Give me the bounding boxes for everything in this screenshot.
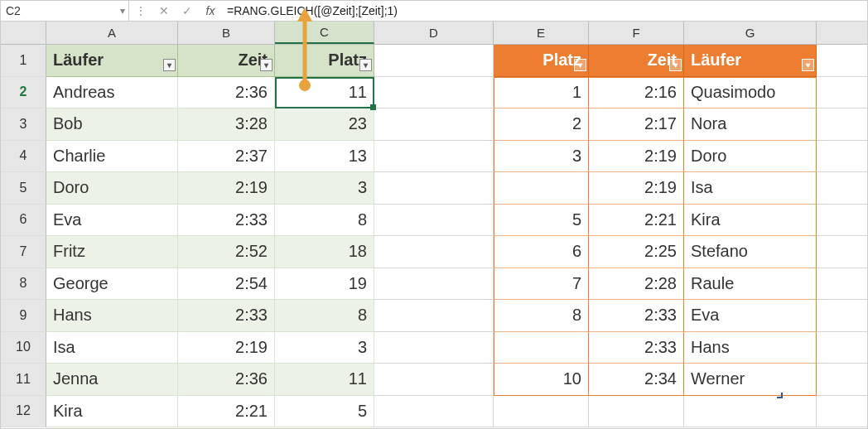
- cell[interactable]: 3: [275, 172, 374, 205]
- row-header[interactable]: 12: [1, 396, 46, 428]
- cell[interactable]: 2:52: [178, 236, 275, 268]
- filter-dropdown-icon[interactable]: ▾: [260, 59, 272, 71]
- cell[interactable]: 8: [275, 300, 374, 332]
- cell[interactable]: 5: [275, 396, 374, 428]
- cell[interactable]: [817, 108, 868, 141]
- accept-formula-icon[interactable]: ✓: [176, 1, 199, 21]
- cell[interactable]: [374, 236, 494, 268]
- cell[interactable]: 2:37: [178, 141, 275, 173]
- row-header[interactable]: 8: [1, 268, 46, 301]
- cell[interactable]: Hans: [46, 300, 178, 332]
- cell[interactable]: 7: [494, 268, 589, 301]
- cell[interactable]: Doro: [46, 172, 178, 205]
- cell[interactable]: 3:28: [178, 108, 275, 141]
- cell[interactable]: 2:21: [589, 205, 684, 237]
- cell[interactable]: Fritz: [46, 236, 178, 268]
- cell[interactable]: Läufer▾: [46, 45, 178, 77]
- cell[interactable]: Isa: [46, 332, 178, 364]
- cell[interactable]: 11: [275, 364, 374, 396]
- cell[interactable]: Werner: [684, 364, 817, 396]
- cell[interactable]: [374, 300, 494, 332]
- cell[interactable]: [374, 141, 494, 173]
- filter-dropdown-icon[interactable]: ▾: [802, 59, 814, 71]
- filter-dropdown-icon[interactable]: ▾: [163, 59, 176, 71]
- cell[interactable]: 2:33: [589, 300, 684, 332]
- cell[interactable]: [494, 332, 589, 364]
- cell[interactable]: Platz▾: [275, 45, 374, 77]
- cell[interactable]: [817, 77, 868, 109]
- cell[interactable]: 19: [275, 268, 374, 301]
- row-header[interactable]: 10: [1, 332, 46, 364]
- filter-dropdown-icon[interactable]: ▾: [574, 59, 586, 71]
- cell[interactable]: 2:16: [589, 77, 684, 109]
- cell[interactable]: 2:36: [178, 364, 275, 396]
- cell[interactable]: Isa: [684, 172, 817, 205]
- row-header[interactable]: 7: [1, 236, 46, 268]
- row-header[interactable]: 4: [1, 141, 46, 173]
- cell[interactable]: [374, 364, 494, 396]
- column-header[interactable]: A: [46, 22, 178, 44]
- cell[interactable]: 3: [275, 332, 374, 364]
- cell[interactable]: [374, 77, 494, 109]
- cell[interactable]: 6: [494, 236, 589, 268]
- row-header[interactable]: 2: [1, 77, 46, 109]
- cell[interactable]: Kira: [46, 396, 178, 428]
- cell[interactable]: 2:34: [589, 364, 684, 396]
- cell[interactable]: Kira: [684, 205, 817, 237]
- cell[interactable]: Bob: [46, 108, 178, 141]
- select-all-corner[interactable]: [1, 22, 46, 44]
- cell[interactable]: Nora: [684, 108, 817, 141]
- cell[interactable]: 8: [494, 300, 589, 332]
- cell[interactable]: [374, 332, 494, 364]
- cell[interactable]: 10: [494, 364, 589, 396]
- cell[interactable]: 2:19: [589, 172, 684, 205]
- cell[interactable]: 2:33: [589, 332, 684, 364]
- cell[interactable]: [817, 45, 868, 77]
- cell[interactable]: [374, 108, 494, 141]
- chevron-down-icon[interactable]: ▾: [120, 5, 125, 17]
- column-header[interactable]: B: [178, 22, 275, 44]
- cell[interactable]: 2: [494, 108, 589, 141]
- cell[interactable]: [817, 332, 868, 364]
- row-header[interactable]: 5: [1, 172, 46, 205]
- cell[interactable]: 2:33: [178, 300, 275, 332]
- cell[interactable]: 18: [275, 236, 374, 268]
- cell[interactable]: Läufer▾: [684, 45, 817, 77]
- cell[interactable]: 8: [275, 205, 374, 237]
- cell[interactable]: 5: [494, 205, 589, 237]
- cell[interactable]: 2:54: [178, 268, 275, 301]
- cell[interactable]: [817, 141, 868, 173]
- row-header[interactable]: 11: [1, 364, 46, 396]
- row-header[interactable]: 9: [1, 300, 46, 332]
- cell[interactable]: 11: [275, 77, 374, 109]
- cell[interactable]: [817, 172, 868, 205]
- cell[interactable]: [374, 172, 494, 205]
- cell[interactable]: Quasimodo: [684, 77, 817, 109]
- cell[interactable]: 2:25: [589, 236, 684, 268]
- cell[interactable]: Platz▾: [494, 45, 589, 77]
- cell[interactable]: [817, 364, 868, 396]
- column-header[interactable]: F: [589, 22, 684, 44]
- cell[interactable]: [374, 45, 494, 77]
- column-header[interactable]: G: [684, 22, 817, 44]
- cell[interactable]: George: [46, 268, 178, 301]
- name-box[interactable]: C2 ▾: [1, 1, 129, 21]
- cell[interactable]: 2:17: [589, 108, 684, 141]
- cell[interactable]: 2:33: [178, 205, 275, 237]
- row-header[interactable]: 6: [1, 205, 46, 237]
- filter-dropdown-icon[interactable]: ▾: [669, 59, 682, 71]
- cell[interactable]: [374, 268, 494, 301]
- cell[interactable]: 3: [494, 141, 589, 173]
- cell[interactable]: 13: [275, 141, 374, 173]
- cell[interactable]: [494, 396, 589, 428]
- cell[interactable]: Eva: [46, 205, 178, 237]
- cell[interactable]: Eva: [684, 300, 817, 332]
- cell[interactable]: 2:21: [178, 396, 275, 428]
- cell-area[interactable]: Läufer▾Zeit▾Platz▾Platz▾Zeit▾Läufer▾Andr…: [46, 45, 868, 427]
- column-header[interactable]: E: [494, 22, 589, 44]
- cell[interactable]: [684, 396, 817, 428]
- cell[interactable]: 2:28: [589, 268, 684, 301]
- formula-input[interactable]: =RANG.GLEICH([@Zeit];[Zeit];1): [222, 4, 867, 17]
- cell[interactable]: Jenna: [46, 364, 178, 396]
- cell[interactable]: Raule: [684, 268, 817, 301]
